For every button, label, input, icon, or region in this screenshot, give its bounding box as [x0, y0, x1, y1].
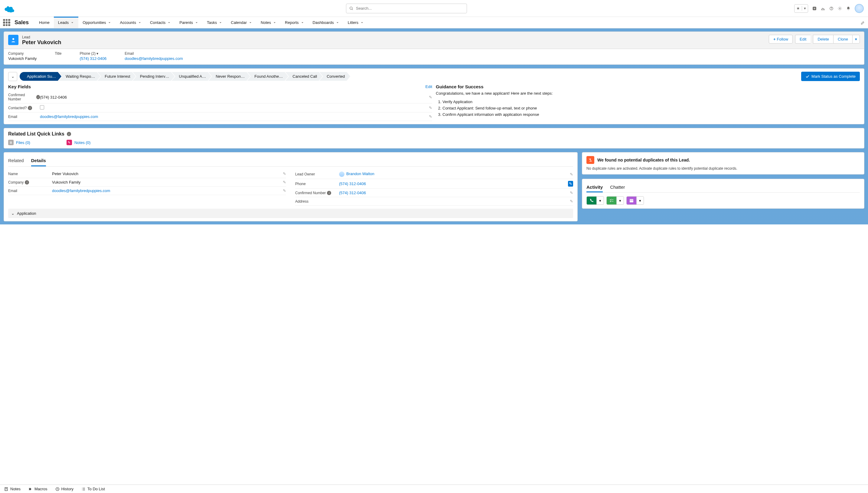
- more-actions-button[interactable]: ▾: [852, 35, 860, 44]
- tab-related[interactable]: Related: [8, 155, 24, 166]
- key-field-row: Confirmed Number i(574) 312-0406✎: [8, 91, 432, 103]
- tab-activity[interactable]: Activity: [586, 183, 603, 192]
- nav-tab-opportunities[interactable]: Opportunities: [78, 17, 115, 28]
- lead-icon: [8, 35, 18, 45]
- delete-button[interactable]: Delete: [813, 35, 833, 44]
- nav-tab-leads[interactable]: Leads: [54, 17, 78, 28]
- nav-tab-tasks[interactable]: Tasks: [203, 17, 226, 28]
- detail-row: Company iVukovich Family✎: [8, 178, 286, 187]
- chevron-down-icon: [167, 21, 171, 24]
- bell-icon[interactable]: [846, 6, 850, 10]
- nav-tab-dashboards[interactable]: Dashboards: [308, 17, 344, 28]
- mark-complete-button[interactable]: Mark Status as Complete: [801, 72, 860, 81]
- notes-link[interactable]: ✎Notes (0): [67, 140, 90, 145]
- hl-phone-value[interactable]: (574) 312-0406: [80, 56, 106, 61]
- path-stage[interactable]: Unqualified A…: [172, 72, 212, 81]
- edit-nav-icon[interactable]: [861, 21, 865, 25]
- add-icon[interactable]: [812, 6, 817, 10]
- app-launcher-icon[interactable]: [3, 19, 10, 26]
- files-link[interactable]: 🗎Files (0): [8, 140, 30, 145]
- hl-email-value[interactable]: doodles@familybredpuppies.com: [125, 56, 183, 61]
- notes-icon: ✎: [67, 140, 72, 145]
- hl-title-label: Title: [55, 51, 61, 56]
- chevron-down-icon: ▾: [597, 197, 604, 205]
- path-stage[interactable]: Waiting Respo…: [58, 72, 101, 81]
- info-icon[interactable]: i: [36, 95, 40, 99]
- log-call-button[interactable]: ▾: [586, 196, 604, 205]
- edit-icon[interactable]: ✎: [429, 106, 432, 110]
- path-stage[interactable]: Never Respon…: [209, 72, 250, 81]
- global-search[interactable]: [346, 4, 467, 13]
- hl-company-label: Company: [8, 51, 37, 56]
- info-icon[interactable]: i: [25, 180, 29, 185]
- record-name: Peter Vukovich: [22, 39, 61, 46]
- gear-icon[interactable]: [838, 6, 842, 10]
- key-field-row: Emaildoodles@familybredpuppies.com✎: [8, 112, 432, 121]
- search-input[interactable]: [356, 6, 464, 10]
- info-icon[interactable]: i: [327, 191, 331, 195]
- trailhead-icon[interactable]: [821, 6, 825, 10]
- path-stage[interactable]: Pending Interv…: [133, 72, 175, 81]
- path-stage[interactable]: Canceled Call: [285, 72, 322, 81]
- info-icon[interactable]: i: [28, 106, 32, 110]
- chevron-down-icon: [336, 21, 339, 24]
- chevron-down-icon: [273, 21, 277, 24]
- favorites-button[interactable]: ★ ▾: [794, 4, 808, 13]
- svg-point-0: [350, 7, 352, 9]
- edit-icon[interactable]: ✎: [283, 188, 286, 193]
- hl-phone-label: Phone (2) ▾: [80, 51, 106, 56]
- nav-tab-parents[interactable]: Parents: [175, 17, 203, 28]
- duplicates-heading: We found no potential duplicates of this…: [597, 157, 690, 163]
- nav-tab-litters[interactable]: Litters: [344, 17, 368, 28]
- path-stage[interactable]: Future Interest: [97, 72, 136, 81]
- path-stage[interactable]: Application Su…: [20, 72, 61, 81]
- help-icon[interactable]: [829, 6, 833, 10]
- edit-icon[interactable]: ✎: [429, 95, 432, 100]
- nav-tab-calendar[interactable]: Calendar: [226, 17, 257, 28]
- svg-point-4: [831, 9, 832, 10]
- detail-row: NamePeter Vukovich✎: [8, 170, 286, 178]
- edit-icon[interactable]: ✎: [283, 180, 286, 185]
- nav-tab-home[interactable]: Home: [35, 17, 54, 28]
- new-task-button[interactable]: ▾: [606, 196, 624, 205]
- phone-icon: [587, 197, 597, 205]
- edit-icon[interactable]: ✎: [570, 172, 573, 177]
- info-icon[interactable]: i: [67, 132, 71, 136]
- checkbox[interactable]: [40, 105, 44, 109]
- edit-button[interactable]: Edit: [795, 35, 810, 44]
- detail-row: Confirmed Number i(574) 312-0406✎: [295, 189, 573, 197]
- edit-icon[interactable]: ✎: [283, 171, 286, 176]
- section-application[interactable]: ⌄ Application: [8, 209, 573, 218]
- record-header: Lead Peter Vukovich + Follow Edit Delete…: [4, 31, 864, 49]
- edit-icon[interactable]: ✎: [570, 199, 573, 203]
- chevron-down-icon[interactable]: ▾: [96, 51, 98, 56]
- path-stage[interactable]: Found Anothe…: [247, 72, 288, 81]
- follow-button[interactable]: + Follow: [769, 35, 793, 44]
- nav-tab-accounts[interactable]: Accounts: [115, 17, 146, 28]
- key-fields-edit[interactable]: Edit: [426, 84, 432, 89]
- app-nav: Sales HomeLeadsOpportunitiesAccountsCont…: [0, 17, 868, 28]
- search-icon: [349, 6, 353, 10]
- guidance-step: Contact Applicant: Send follow-up email,…: [442, 105, 860, 111]
- plus-icon: +: [773, 37, 776, 41]
- edit-icon[interactable]: ✎: [429, 114, 432, 119]
- svg-point-5: [839, 8, 841, 9]
- svg-point-6: [13, 38, 14, 40]
- nav-tab-notes[interactable]: Notes: [257, 17, 281, 28]
- nav-tab-contacts[interactable]: Contacts: [146, 17, 175, 28]
- edit-icon[interactable]: ✎: [568, 181, 573, 187]
- calendar-icon: [627, 197, 637, 205]
- chevron-down-icon: [108, 21, 111, 24]
- detail-row: Address✎: [295, 197, 573, 206]
- tab-chatter[interactable]: Chatter: [610, 183, 625, 192]
- guidance-step: Verify Application: [442, 99, 860, 105]
- duplicates-card: We found no potential duplicates of this…: [582, 152, 864, 174]
- path-collapse-button[interactable]: ⌄: [8, 72, 17, 81]
- clone-button[interactable]: Clone: [833, 35, 852, 44]
- user-avatar[interactable]: [855, 4, 864, 13]
- new-event-button[interactable]: ▾: [626, 196, 644, 205]
- tab-details[interactable]: Details: [31, 155, 46, 166]
- edit-icon[interactable]: ✎: [570, 191, 573, 195]
- path-stage[interactable]: Converted: [319, 72, 350, 81]
- nav-tab-reports[interactable]: Reports: [281, 17, 308, 28]
